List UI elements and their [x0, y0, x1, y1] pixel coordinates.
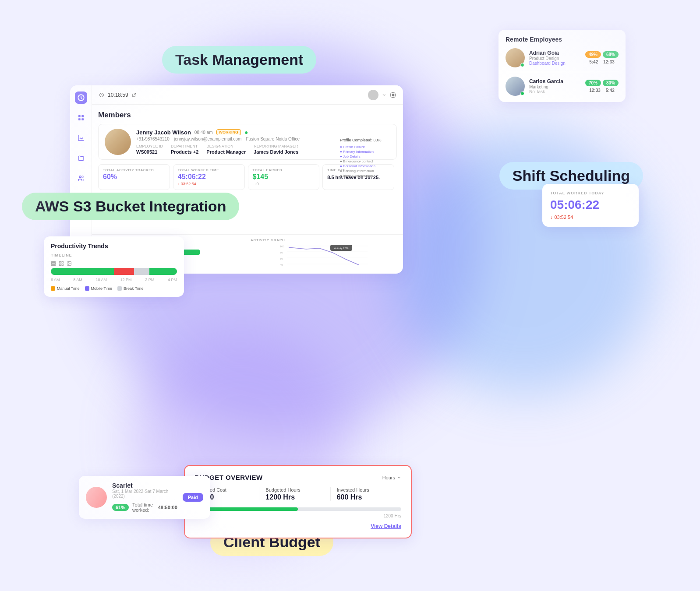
progress-item: ● Primary Information [340, 150, 397, 154]
svg-rect-20 [52, 262, 56, 263]
bar-segment-green [149, 268, 177, 275]
stat-box-worked-time: TOTAL WORKED TIME 45:06:22 ↓ 03:52:54 [173, 164, 245, 190]
productivity-trends-card: Productivity Trends TIMELINE 6 AM8 AM10 … [44, 236, 184, 297]
member-email: jennyjay.wilson@examplemail.com [174, 137, 241, 141]
dept-value: Products +2 [171, 149, 198, 155]
chevron-down-icon [397, 475, 401, 480]
employee-info: Adrian Goia Product Design Dashboard Des… [529, 50, 566, 66]
payroll-percentage: 61% [112, 504, 129, 511]
employee-dept: Product Design [529, 56, 566, 61]
aws-integration-label: AWS S3 Bucket Integration [22, 193, 239, 220]
employee-info: Carlos Garcia Marketing No Task [529, 78, 563, 94]
chevron-down-icon [382, 93, 386, 97]
shift-label: TOTAL WORKED TODAY [550, 191, 631, 195]
svg-rect-23 [60, 262, 61, 264]
progress-item: ● Profile Picture [340, 145, 397, 149]
profile-progress-items: ● Profile Picture ● Primary Information … [340, 145, 397, 178]
view-details-link[interactable]: View Details [371, 523, 401, 529]
sidebar-icon-people[interactable] [75, 172, 87, 184]
sidebar-icon-grid[interactable] [75, 112, 87, 124]
employee-avatar [506, 77, 525, 96]
timeline-icons [51, 261, 177, 266]
timeline-legend: Manual Time Mobile Time Break Time [51, 286, 177, 291]
designation-value: Product Manager [206, 149, 246, 155]
employee-name: Adrian Goia [529, 50, 566, 56]
employee-name: Carlos Garcia [529, 78, 563, 84]
budget-progress-bar [194, 507, 401, 511]
legend-color-break [117, 286, 122, 291]
budget-footer: 00 Hrs 1200 Hrs [194, 514, 401, 518]
employee-avatar [506, 48, 525, 67]
svg-rect-22 [52, 265, 56, 266]
remote-employee-row: Carlos Garcia Marketing No Task 70% 80% … [506, 77, 619, 96]
shift-sub-time: ↓ 03:52:54 [550, 215, 631, 220]
timeline-label: TIMELINE [51, 253, 177, 257]
invested-hours-stat: Invested Hours 600 Hrs [337, 487, 401, 501]
budget-range-end: 1200 Hrs [383, 514, 401, 518]
svg-rect-3 [78, 118, 81, 120]
member-name: Jenny Jacob Wilson [136, 129, 191, 136]
payroll-date-range: Sat, 1 Mar 2022-Sat 7 March (2022) [112, 489, 177, 499]
budgeted-hours-value: 1200 Hrs [265, 493, 324, 501]
employee-time1: 5:42 [589, 60, 598, 64]
payroll-employee-photo [86, 487, 107, 508]
members-title: Members [98, 111, 397, 120]
stat-sub: →0 [253, 182, 315, 186]
bar-segment-red [124, 268, 134, 275]
reporting-label: Reporting Manager [254, 144, 298, 148]
member-office: Fusion Square Noida Office [246, 137, 300, 141]
legend-label-manual: Manual Time [57, 286, 80, 291]
legend-color-mobile [85, 286, 89, 291]
bar-segment-red [114, 268, 124, 275]
list-icon[interactable] [51, 261, 56, 266]
productivity-card-title: Productivity Trends [51, 243, 177, 250]
svg-rect-25 [60, 264, 61, 266]
svg-rect-24 [62, 262, 64, 264]
svg-point-28 [68, 263, 69, 264]
stat-label: TOTAL EARNED [253, 168, 315, 172]
svg-point-5 [79, 176, 81, 178]
legend-mobile-time: Mobile Time [85, 286, 113, 291]
budget-filter[interactable]: Hours [382, 475, 401, 480]
user-avatar[interactable] [368, 90, 378, 100]
stat-sub: ↓ 03:52:54 [178, 182, 240, 186]
employee-task: Dashboard Design [529, 61, 566, 66]
working-status-badge: WORKING [216, 129, 241, 135]
payroll-employee-name: Scarlet [112, 482, 177, 489]
svg-text:Activity 20%: Activity 20% [334, 247, 349, 250]
payroll-info: Scarlet Sat, 1 Mar 2022-Sat 7 March (202… [112, 482, 177, 513]
employee-time2: 5:42 [606, 88, 615, 93]
legend-color-manual [51, 286, 55, 291]
grid-icon[interactable] [59, 261, 64, 266]
legend-break-time: Break Time [117, 286, 144, 291]
activity-badge: 70% [585, 80, 601, 86]
profile-progress: Profile Completed: 80% ● Profile Picture… [340, 135, 397, 178]
member-time: 08:40 am [194, 130, 213, 135]
stat-label: TOTAL WORKED TIME [178, 168, 240, 172]
payroll-time-label: Total time worked: [132, 502, 155, 513]
sidebar-icon-timer[interactable] [75, 91, 87, 104]
stat-box-activity: TOTAL ACTIVITY TRACKED 60% [98, 164, 170, 190]
online-indicator [520, 91, 524, 95]
payroll-time-row: 61% Total time worked: 48:50:00 [112, 502, 177, 513]
dashboard-header: 10:18:59 [92, 85, 403, 105]
svg-text:40: 40 [280, 264, 283, 266]
member-card: Jenny Jacob Wilson 08:40 am WORKING ● +9… [98, 124, 397, 160]
settings-icon[interactable] [390, 92, 396, 98]
online-indicator [520, 63, 524, 67]
member-phone: +91-9876543210 [136, 137, 170, 141]
budgeted-hours-label: Budgeted Hours [265, 487, 324, 492]
stat-box-earned: TOTAL EARNED $145 →0 [248, 164, 320, 190]
payroll-time-value: 48:50:00 [158, 505, 177, 510]
sidebar-icon-chart[interactable] [75, 132, 87, 144]
time-badge: 80% [603, 80, 619, 86]
svg-point-9 [392, 94, 394, 96]
timeline-bar [51, 268, 177, 275]
image-icon[interactable] [67, 261, 72, 266]
shift-time: 05:06:22 [550, 198, 631, 212]
svg-rect-2 [81, 115, 84, 117]
sidebar-icon-folder[interactable] [75, 152, 87, 164]
stat-value: $145 [253, 173, 315, 181]
invested-hours-value: 600 Hrs [337, 493, 395, 501]
dept-label: Department [171, 144, 198, 148]
